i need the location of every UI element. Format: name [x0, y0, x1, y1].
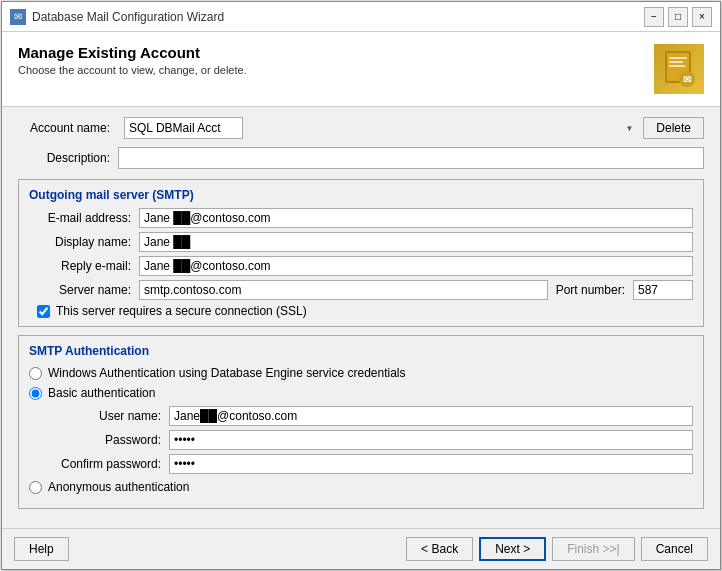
- windows-auth-label[interactable]: Windows Authentication using Database En…: [48, 366, 406, 380]
- footer-right: < Back Next > Finish >>| Cancel: [406, 537, 708, 561]
- restore-button[interactable]: □: [668, 7, 688, 27]
- email-input[interactable]: [139, 208, 693, 228]
- page-title: Manage Existing Account: [18, 44, 247, 61]
- email-label: E-mail address:: [29, 211, 139, 225]
- password-input[interactable]: [169, 430, 693, 450]
- basic-auth-radio[interactable]: [29, 387, 42, 400]
- titlebar: ✉ Database Mail Configuration Wizard − □…: [2, 2, 720, 32]
- auth-section-title: SMTP Authentication: [29, 344, 693, 358]
- window-title: Database Mail Configuration Wizard: [32, 10, 224, 24]
- footer: Help < Back Next > Finish >>| Cancel: [2, 528, 720, 569]
- header-icon: ✉: [654, 44, 704, 94]
- cancel-button[interactable]: Cancel: [641, 537, 708, 561]
- auth-section: SMTP Authentication Windows Authenticati…: [18, 335, 704, 509]
- content-area: Account name: SQL DBMail Acct Delete Des…: [2, 107, 720, 528]
- smtp-section-title: Outgoing mail server (SMTP): [29, 188, 693, 202]
- ssl-checkbox[interactable]: [37, 305, 50, 318]
- header-text: Manage Existing Account Choose the accou…: [18, 44, 247, 76]
- password-row: Password:: [59, 430, 693, 450]
- confirm-password-input[interactable]: [169, 454, 693, 474]
- delete-button[interactable]: Delete: [643, 117, 704, 139]
- ssl-row: This server requires a secure connection…: [29, 304, 693, 318]
- ssl-label[interactable]: This server requires a secure connection…: [56, 304, 307, 318]
- username-row: User name:: [59, 406, 693, 426]
- svg-rect-3: [669, 61, 683, 63]
- anonymous-auth-row: Anonymous authentication: [29, 480, 693, 494]
- server-row: Server name: Port number:: [29, 280, 693, 300]
- description-label: Description:: [18, 151, 118, 165]
- anonymous-auth-label[interactable]: Anonymous authentication: [48, 480, 189, 494]
- svg-text:✉: ✉: [683, 74, 692, 85]
- next-button[interactable]: Next >: [479, 537, 546, 561]
- svg-rect-2: [669, 57, 687, 59]
- server-label: Server name:: [29, 283, 139, 297]
- port-input[interactable]: [633, 280, 693, 300]
- page-subtitle: Choose the account to view, change, or d…: [18, 64, 247, 76]
- window-icon: ✉: [10, 9, 26, 25]
- header-section: Manage Existing Account Choose the accou…: [2, 32, 720, 107]
- titlebar-controls: − □ ×: [644, 7, 712, 27]
- display-name-label: Display name:: [29, 235, 139, 249]
- account-select-wrapper: SQL DBMail Acct: [124, 117, 637, 139]
- username-label: User name:: [59, 409, 169, 423]
- help-button[interactable]: Help: [14, 537, 69, 561]
- account-name-label: Account name:: [18, 121, 118, 135]
- password-label: Password:: [59, 433, 169, 447]
- minimize-button[interactable]: −: [644, 7, 664, 27]
- display-name-input[interactable]: [139, 232, 693, 252]
- main-window: ✉ Database Mail Configuration Wizard − □…: [1, 1, 721, 570]
- description-input[interactable]: [118, 147, 704, 169]
- username-input[interactable]: [169, 406, 693, 426]
- account-name-select[interactable]: SQL DBMail Acct: [124, 117, 243, 139]
- windows-auth-row: Windows Authentication using Database En…: [29, 366, 693, 380]
- basic-auth-label[interactable]: Basic authentication: [48, 386, 155, 400]
- port-label: Port number:: [548, 283, 633, 297]
- reply-email-label: Reply e-mail:: [29, 259, 139, 273]
- basic-auth-fields: User name: Password: Confirm password:: [59, 406, 693, 474]
- display-name-row: Display name:: [29, 232, 693, 252]
- account-name-row: Account name: SQL DBMail Acct Delete: [18, 117, 704, 139]
- titlebar-left: ✉ Database Mail Configuration Wizard: [10, 9, 224, 25]
- finish-button[interactable]: Finish >>|: [552, 537, 634, 561]
- confirm-password-label: Confirm password:: [59, 457, 169, 471]
- windows-auth-radio[interactable]: [29, 367, 42, 380]
- svg-rect-4: [669, 65, 685, 67]
- reply-email-input[interactable]: [139, 256, 693, 276]
- reply-email-row: Reply e-mail:: [29, 256, 693, 276]
- basic-auth-row: Basic authentication: [29, 386, 693, 400]
- anonymous-auth-radio[interactable]: [29, 481, 42, 494]
- server-input[interactable]: [139, 280, 548, 300]
- confirm-password-row: Confirm password:: [59, 454, 693, 474]
- smtp-section: Outgoing mail server (SMTP) E-mail addre…: [18, 179, 704, 327]
- email-row: E-mail address:: [29, 208, 693, 228]
- description-row: Description:: [18, 147, 704, 169]
- close-button[interactable]: ×: [692, 7, 712, 27]
- back-button[interactable]: < Back: [406, 537, 473, 561]
